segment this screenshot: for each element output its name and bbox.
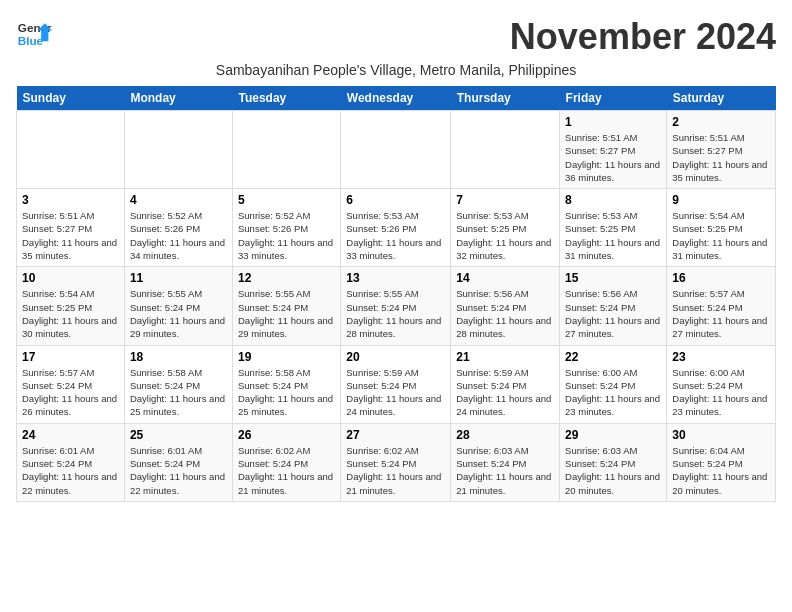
weekday-header-thursday: Thursday xyxy=(451,86,560,111)
weekday-header-sunday: Sunday xyxy=(17,86,125,111)
calendar-cell: 13Sunrise: 5:55 AM Sunset: 5:24 PM Dayli… xyxy=(341,267,451,345)
calendar-cell: 28Sunrise: 6:03 AM Sunset: 5:24 PM Dayli… xyxy=(451,423,560,501)
day-info: Sunrise: 5:59 AM Sunset: 5:24 PM Dayligh… xyxy=(346,366,445,419)
day-number: 9 xyxy=(672,193,770,207)
day-info: Sunrise: 5:56 AM Sunset: 5:24 PM Dayligh… xyxy=(565,287,661,340)
page-header: General Blue November 2024 xyxy=(16,16,776,58)
calendar-subtitle: Sambayanihan People's Village, Metro Man… xyxy=(16,62,776,78)
svg-text:Blue: Blue xyxy=(18,34,44,47)
day-number: 23 xyxy=(672,350,770,364)
calendar-cell: 6Sunrise: 5:53 AM Sunset: 5:26 PM Daylig… xyxy=(341,189,451,267)
day-info: Sunrise: 5:55 AM Sunset: 5:24 PM Dayligh… xyxy=(346,287,445,340)
calendar-cell: 24Sunrise: 6:01 AM Sunset: 5:24 PM Dayli… xyxy=(17,423,125,501)
day-info: Sunrise: 5:52 AM Sunset: 5:26 PM Dayligh… xyxy=(238,209,335,262)
calendar-cell xyxy=(232,111,340,189)
calendar-cell: 18Sunrise: 5:58 AM Sunset: 5:24 PM Dayli… xyxy=(124,345,232,423)
day-number: 29 xyxy=(565,428,661,442)
day-info: Sunrise: 5:55 AM Sunset: 5:24 PM Dayligh… xyxy=(238,287,335,340)
calendar-cell: 8Sunrise: 5:53 AM Sunset: 5:25 PM Daylig… xyxy=(560,189,667,267)
calendar-body: 1Sunrise: 5:51 AM Sunset: 5:27 PM Daylig… xyxy=(17,111,776,502)
calendar-table: SundayMondayTuesdayWednesdayThursdayFrid… xyxy=(16,86,776,502)
calendar-cell: 11Sunrise: 5:55 AM Sunset: 5:24 PM Dayli… xyxy=(124,267,232,345)
day-info: Sunrise: 5:56 AM Sunset: 5:24 PM Dayligh… xyxy=(456,287,554,340)
calendar-cell: 3Sunrise: 5:51 AM Sunset: 5:27 PM Daylig… xyxy=(17,189,125,267)
day-number: 3 xyxy=(22,193,119,207)
day-info: Sunrise: 5:53 AM Sunset: 5:25 PM Dayligh… xyxy=(456,209,554,262)
calendar-cell: 4Sunrise: 5:52 AM Sunset: 5:26 PM Daylig… xyxy=(124,189,232,267)
calendar-cell: 25Sunrise: 6:01 AM Sunset: 5:24 PM Dayli… xyxy=(124,423,232,501)
calendar-cell: 27Sunrise: 6:02 AM Sunset: 5:24 PM Dayli… xyxy=(341,423,451,501)
day-info: Sunrise: 5:59 AM Sunset: 5:24 PM Dayligh… xyxy=(456,366,554,419)
day-info: Sunrise: 6:03 AM Sunset: 5:24 PM Dayligh… xyxy=(565,444,661,497)
calendar-cell: 23Sunrise: 6:00 AM Sunset: 5:24 PM Dayli… xyxy=(667,345,776,423)
calendar-cell: 17Sunrise: 5:57 AM Sunset: 5:24 PM Dayli… xyxy=(17,345,125,423)
day-info: Sunrise: 5:52 AM Sunset: 5:26 PM Dayligh… xyxy=(130,209,227,262)
calendar-cell: 9Sunrise: 5:54 AM Sunset: 5:25 PM Daylig… xyxy=(667,189,776,267)
day-number: 25 xyxy=(130,428,227,442)
day-number: 10 xyxy=(22,271,119,285)
day-info: Sunrise: 6:00 AM Sunset: 5:24 PM Dayligh… xyxy=(672,366,770,419)
day-info: Sunrise: 5:58 AM Sunset: 5:24 PM Dayligh… xyxy=(238,366,335,419)
calendar-header: SundayMondayTuesdayWednesdayThursdayFrid… xyxy=(17,86,776,111)
calendar-cell: 29Sunrise: 6:03 AM Sunset: 5:24 PM Dayli… xyxy=(560,423,667,501)
calendar-cell: 10Sunrise: 5:54 AM Sunset: 5:25 PM Dayli… xyxy=(17,267,125,345)
calendar-cell: 26Sunrise: 6:02 AM Sunset: 5:24 PM Dayli… xyxy=(232,423,340,501)
day-number: 21 xyxy=(456,350,554,364)
day-info: Sunrise: 5:51 AM Sunset: 5:27 PM Dayligh… xyxy=(672,131,770,184)
day-info: Sunrise: 5:53 AM Sunset: 5:25 PM Dayligh… xyxy=(565,209,661,262)
day-info: Sunrise: 5:57 AM Sunset: 5:24 PM Dayligh… xyxy=(672,287,770,340)
day-number: 24 xyxy=(22,428,119,442)
calendar-cell xyxy=(124,111,232,189)
day-number: 5 xyxy=(238,193,335,207)
day-number: 14 xyxy=(456,271,554,285)
day-number: 18 xyxy=(130,350,227,364)
calendar-cell: 12Sunrise: 5:55 AM Sunset: 5:24 PM Dayli… xyxy=(232,267,340,345)
day-number: 17 xyxy=(22,350,119,364)
day-number: 11 xyxy=(130,271,227,285)
weekday-header-monday: Monday xyxy=(124,86,232,111)
day-info: Sunrise: 5:51 AM Sunset: 5:27 PM Dayligh… xyxy=(22,209,119,262)
logo-icon: General Blue xyxy=(16,16,52,52)
calendar-week-row: 17Sunrise: 5:57 AM Sunset: 5:24 PM Dayli… xyxy=(17,345,776,423)
calendar-cell: 21Sunrise: 5:59 AM Sunset: 5:24 PM Dayli… xyxy=(451,345,560,423)
day-info: Sunrise: 5:53 AM Sunset: 5:26 PM Dayligh… xyxy=(346,209,445,262)
calendar-cell: 7Sunrise: 5:53 AM Sunset: 5:25 PM Daylig… xyxy=(451,189,560,267)
day-info: Sunrise: 6:02 AM Sunset: 5:24 PM Dayligh… xyxy=(346,444,445,497)
calendar-cell xyxy=(17,111,125,189)
day-number: 15 xyxy=(565,271,661,285)
calendar-cell: 20Sunrise: 5:59 AM Sunset: 5:24 PM Dayli… xyxy=(341,345,451,423)
day-number: 28 xyxy=(456,428,554,442)
day-number: 20 xyxy=(346,350,445,364)
calendar-cell: 30Sunrise: 6:04 AM Sunset: 5:24 PM Dayli… xyxy=(667,423,776,501)
calendar-cell: 22Sunrise: 6:00 AM Sunset: 5:24 PM Dayli… xyxy=(560,345,667,423)
day-info: Sunrise: 5:58 AM Sunset: 5:24 PM Dayligh… xyxy=(130,366,227,419)
calendar-cell: 16Sunrise: 5:57 AM Sunset: 5:24 PM Dayli… xyxy=(667,267,776,345)
calendar-week-row: 24Sunrise: 6:01 AM Sunset: 5:24 PM Dayli… xyxy=(17,423,776,501)
day-info: Sunrise: 5:55 AM Sunset: 5:24 PM Dayligh… xyxy=(130,287,227,340)
day-number: 19 xyxy=(238,350,335,364)
calendar-week-row: 3Sunrise: 5:51 AM Sunset: 5:27 PM Daylig… xyxy=(17,189,776,267)
weekday-header-friday: Friday xyxy=(560,86,667,111)
month-title: November 2024 xyxy=(510,16,776,58)
day-number: 4 xyxy=(130,193,227,207)
calendar-week-row: 10Sunrise: 5:54 AM Sunset: 5:25 PM Dayli… xyxy=(17,267,776,345)
day-number: 13 xyxy=(346,271,445,285)
weekday-header-wednesday: Wednesday xyxy=(341,86,451,111)
day-info: Sunrise: 5:54 AM Sunset: 5:25 PM Dayligh… xyxy=(22,287,119,340)
calendar-cell: 5Sunrise: 5:52 AM Sunset: 5:26 PM Daylig… xyxy=(232,189,340,267)
day-number: 22 xyxy=(565,350,661,364)
day-number: 27 xyxy=(346,428,445,442)
day-number: 30 xyxy=(672,428,770,442)
day-info: Sunrise: 6:01 AM Sunset: 5:24 PM Dayligh… xyxy=(22,444,119,497)
day-info: Sunrise: 5:54 AM Sunset: 5:25 PM Dayligh… xyxy=(672,209,770,262)
weekday-header-tuesday: Tuesday xyxy=(232,86,340,111)
day-info: Sunrise: 5:51 AM Sunset: 5:27 PM Dayligh… xyxy=(565,131,661,184)
day-number: 12 xyxy=(238,271,335,285)
day-info: Sunrise: 5:57 AM Sunset: 5:24 PM Dayligh… xyxy=(22,366,119,419)
day-info: Sunrise: 6:03 AM Sunset: 5:24 PM Dayligh… xyxy=(456,444,554,497)
day-number: 7 xyxy=(456,193,554,207)
day-number: 6 xyxy=(346,193,445,207)
calendar-cell: 15Sunrise: 5:56 AM Sunset: 5:24 PM Dayli… xyxy=(560,267,667,345)
day-info: Sunrise: 6:04 AM Sunset: 5:24 PM Dayligh… xyxy=(672,444,770,497)
day-number: 8 xyxy=(565,193,661,207)
